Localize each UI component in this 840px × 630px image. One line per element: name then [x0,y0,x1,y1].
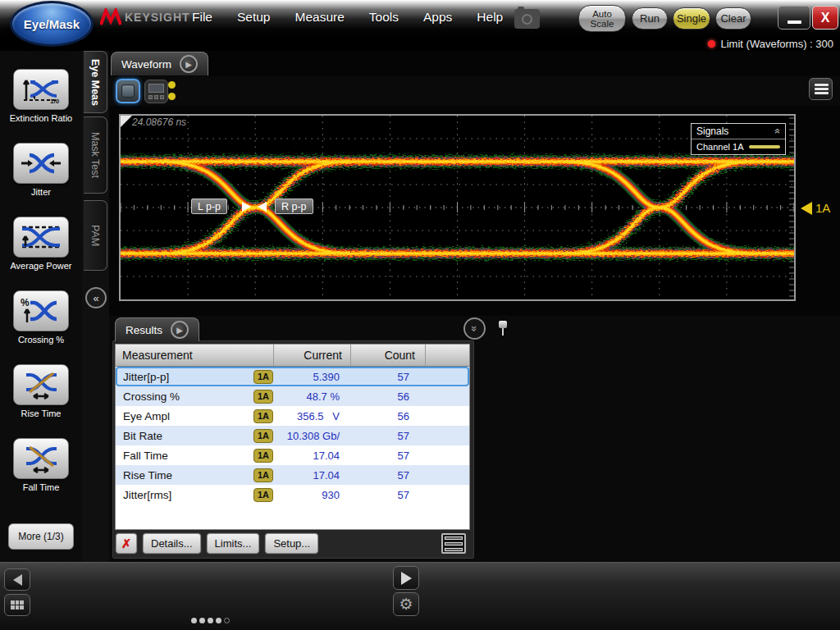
sidebar-item-average-power[interactable]: Average Power [0,217,82,271]
sidebar-label: Rise Time [0,409,82,418]
menu-apps[interactable]: Apps [423,10,452,25]
right-pp-marker[interactable]: R p-p [275,199,313,214]
setup-button[interactable]: Setup... [264,532,319,555]
panel-back-button[interactable] [4,568,30,591]
minimize-button[interactable] [778,6,810,30]
more-measurements-button[interactable]: More (1/3) [8,523,74,550]
limit-indicator-icon [708,40,715,48]
tab-results[interactable]: Results ▶ [115,317,199,341]
svg-text:1/0: 1/0 [50,98,60,104]
menu-bar: File Setup Measure Tools Apps Help [192,10,503,25]
results-collapse-button[interactable]: » [463,317,486,340]
tab-waveform[interactable]: Waveform ▶ [111,52,208,75]
results-tab-label: Results [126,324,162,336]
limits-button[interactable]: Limits... [206,532,261,555]
menu-measure[interactable]: Measure [295,10,345,25]
play-icon: ▶ [185,60,192,69]
mode-tab-strip: Eye Meas Mask Test PAM « [82,51,109,562]
collapse-left-icon: « [93,292,98,304]
menu-setup[interactable]: Setup [237,10,271,25]
table-row-rise-time[interactable]: Rise Time 1A 17.04 57 [116,465,469,485]
sidebar-collapse-button[interactable]: « [85,287,107,308]
details-button[interactable]: Details... [142,532,202,555]
left-pp-marker[interactable]: L p-p [191,199,227,214]
sidebar-label: Jitter [0,187,82,197]
source-badge: 1A [253,468,273,482]
tab-eye-meas[interactable]: Eye Meas [84,51,107,113]
extinction-ratio-icon: 1/0 [19,75,63,104]
waveform-panel: Waveform ▶ 24.08676 ns Signals » [109,51,840,316]
close-button[interactable]: X [812,6,838,30]
source-badge: 1A [253,488,273,502]
settings-button[interactable]: ⚙ [393,592,419,616]
waveform-tab-label: Waveform [121,58,171,71]
auto-scale-button[interactable]: Auto Scale [578,5,626,32]
fall-time-icon [19,444,63,473]
channel-1a-color-swatch [749,145,780,148]
play-icon [401,572,412,585]
waveform-tab-menu-button[interactable]: ▶ [180,55,198,73]
column-header-current[interactable]: Current [274,345,351,366]
sidebar-item-fall-time[interactable]: Fall Time [0,438,82,492]
layout-split-button[interactable] [144,80,168,103]
source-badge: 1A [253,409,273,423]
table-row-eye-ampl[interactable]: Eye Ampl 1A 356.5 V 56 [116,406,469,426]
menu-help[interactable]: Help [477,10,503,25]
column-header-measurement[interactable]: Measurement [116,345,274,366]
results-tab-menu-button[interactable]: ▶ [171,321,189,339]
status-dot-2 [168,93,176,100]
single-button[interactable]: Single [673,7,710,30]
sidebar-item-rise-time[interactable]: Rise Time [0,364,82,418]
layout-single-button[interactable] [116,79,140,103]
sidebar-label: Crossing % [0,335,82,345]
gear-icon: ⚙ [399,596,413,612]
display-menu-button[interactable] [809,78,833,100]
legend-collapse-icon[interactable]: » [772,129,783,135]
menu-tools[interactable]: Tools [369,10,399,25]
grid-icon [11,600,24,609]
channel-1a-level-marker[interactable]: 1A [801,201,830,215]
clear-button[interactable]: Clear [715,7,751,30]
table-row-jitter-rms[interactable]: Jitter[rms] 1A 930 57 [116,485,469,504]
menu-file[interactable]: File [192,10,212,25]
table-row-bit-rate[interactable]: Bit Rate 1A 10.308 Gb/ 57 [116,426,469,445]
panel-pagination-dots[interactable] [191,618,230,623]
play-icon: ▶ [176,326,183,335]
eye-mask-mode-button[interactable]: Eye/Mask [10,1,94,47]
crossing-percent-icon: % [19,296,63,326]
status-bar: 1A 85.6 mV/ -2.30 mV 2A 1.0 mV/ -9 µV 1 … [0,562,840,630]
average-power-icon [19,222,63,252]
left-arrow-icon [13,574,22,586]
sidebar-item-extinction-ratio[interactable]: 1/0 Extinction Ratio [0,69,82,123]
results-table: Measurement Current Count Jitter[p-p] 1A… [115,344,470,530]
left-pp-arrow-icon [242,202,251,212]
channel-marker-triangle-icon [801,202,812,215]
table-row-crossing[interactable]: Crossing % 1A 48.7 % 56 [116,386,469,406]
pin-icon[interactable] [497,319,509,339]
table-row-fall-time[interactable]: Fall Time 1A 17.04 57 [116,445,469,465]
jitter-icon [19,148,63,178]
tab-mask-test[interactable]: Mask Test [84,116,107,194]
screenshot-camera-icon[interactable] [514,9,540,29]
sidebar-label: Fall Time [0,482,82,492]
eye-diagram-graticule[interactable]: 24.08676 ns Signals » Channel 1A L p-p R… [119,114,796,301]
panel-grid-button[interactable] [4,594,30,616]
sidebar-item-crossing[interactable]: % Crossing % [0,290,82,345]
sidebar-item-jitter[interactable]: Jitter [0,143,82,197]
channel-marker-label: 1A [815,201,830,215]
delete-measurement-button[interactable]: ✗ [115,532,138,555]
results-table-header: Measurement Current Count [116,345,469,367]
sidebar-label: Extinction Ratio [0,113,82,123]
results-button-bar: ✗ Details... Limits... Setup... [115,532,319,555]
source-badge: 1A [253,429,273,443]
column-header-count[interactable]: Count [351,345,426,366]
table-row-jitter-pp[interactable]: Jitter[p-p] 1A 5.390 57 [116,367,469,386]
table-view-button[interactable] [441,533,466,554]
sidebar-label: Average Power [0,261,82,271]
signals-legend: Signals » Channel 1A [691,123,786,155]
panel-forward-button[interactable] [393,566,419,590]
run-button[interactable]: Run [632,7,668,30]
status-dot-1 [168,81,176,89]
source-badge: 1A [253,390,273,404]
tab-pam[interactable]: PAM [84,200,107,271]
